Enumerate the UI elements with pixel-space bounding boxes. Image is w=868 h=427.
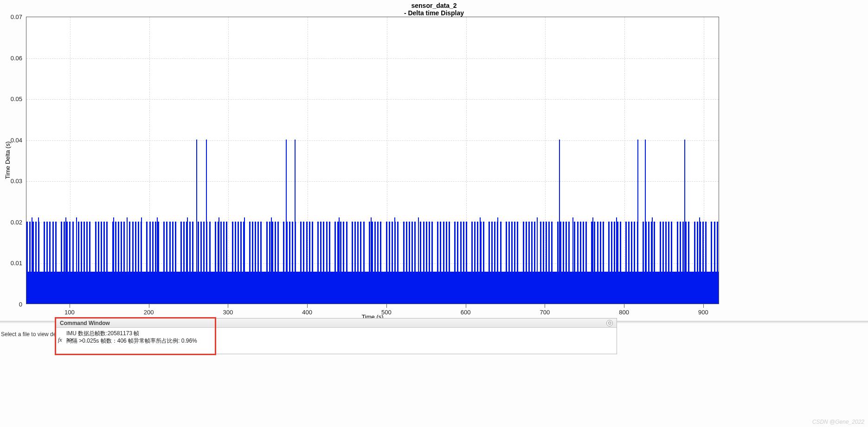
chart-bar — [600, 222, 601, 304]
chart-bar — [69, 222, 71, 304]
command-window-body[interactable]: IMU 数据总帧数:20581173 帧 间隔 >0.025s 帧数：406 帧… — [56, 328, 617, 344]
y-tick-label: 0.02 — [11, 218, 22, 225]
chart-bar-small-spike — [127, 217, 128, 304]
chart-bar — [360, 222, 361, 304]
chart-bar — [583, 222, 584, 304]
chart-bar-small-spike — [537, 217, 538, 304]
y-tick-label: 0 — [19, 301, 22, 308]
chart-bar — [420, 222, 421, 304]
chart-bar — [608, 222, 610, 304]
chart-bar — [514, 222, 515, 304]
chart-bar — [568, 222, 570, 304]
chart-bar — [146, 222, 148, 304]
chart-bar-spike — [559, 140, 560, 304]
chart-bar — [477, 222, 478, 304]
chart-bar — [463, 222, 464, 304]
gridline-v — [228, 17, 229, 304]
chart-bar — [84, 222, 85, 304]
chart-bar — [352, 222, 353, 304]
plot-area — [26, 17, 719, 304]
chart-bar — [155, 222, 156, 304]
chart-bar — [429, 222, 430, 304]
chart-bar — [269, 222, 270, 304]
chart-bar — [705, 222, 707, 304]
chart-bar — [500, 222, 502, 304]
chart-bar — [392, 222, 393, 304]
chart-bar — [118, 222, 119, 304]
chart-bar — [540, 222, 541, 304]
command-window[interactable]: Command Window ⊙ IMU 数据总帧数:20581173 帧 间隔… — [56, 318, 617, 354]
chart-bar-small-spike — [699, 217, 700, 304]
chart-bar — [411, 222, 413, 304]
chart-bar — [101, 222, 102, 304]
y-tick-label: 0.03 — [11, 178, 22, 185]
chart-bar — [340, 222, 341, 304]
chart-bar-small-spike — [652, 217, 653, 304]
gridline-h — [26, 140, 719, 141]
chart-bar — [95, 222, 96, 304]
chart-bar — [714, 222, 715, 304]
gridline-h — [26, 181, 719, 182]
chart-bar — [494, 222, 495, 304]
x-tick — [70, 304, 70, 308]
chart-bar — [198, 222, 199, 304]
chart-bar — [697, 222, 698, 304]
chart-bar — [272, 222, 273, 304]
chart-bar — [232, 222, 233, 304]
chart-bar-small-spike — [76, 217, 77, 304]
chart-bar — [426, 222, 427, 304]
chart-bar — [158, 222, 159, 304]
chart-bar — [534, 222, 535, 304]
chart-bar — [166, 222, 167, 304]
chart-bar-spike — [684, 140, 685, 304]
chart-bar — [363, 222, 365, 304]
fx-icon[interactable]: fx — [58, 336, 62, 344]
chart-bar-small-spike — [38, 217, 39, 304]
minimize-icon[interactable]: ⊙ — [606, 320, 613, 326]
command-prompt[interactable]: >> — [66, 336, 73, 344]
chart-bar — [320, 222, 321, 304]
chart-bar — [466, 222, 467, 304]
chart-bar — [106, 222, 108, 304]
chart-title-line1: sensor_data_2 — [0, 2, 868, 9]
plot-axes[interactable] — [26, 17, 719, 304]
chart-bar — [577, 222, 579, 304]
chart-bar — [81, 222, 82, 304]
chart-bar-small-spike — [244, 217, 245, 304]
chart-bar — [585, 222, 587, 304]
chart-title: sensor_data_2 - Delta time Display — [0, 2, 868, 17]
chart-bar — [614, 222, 615, 304]
chart-bar-small-spike — [157, 217, 158, 304]
chart-bar — [454, 222, 456, 304]
command-window-titlebar[interactable]: Command Window ⊙ — [56, 319, 617, 328]
chart-bar — [446, 222, 447, 304]
chart-bar — [266, 222, 268, 304]
chart-bar — [680, 222, 681, 304]
chart-bar — [491, 222, 493, 304]
chart-bar — [374, 222, 376, 304]
chart-bar — [711, 222, 712, 304]
chart-bar — [688, 222, 689, 304]
chart-bar — [200, 222, 202, 304]
chart-bar — [603, 222, 604, 304]
chart-bar — [334, 222, 336, 304]
chart-bar — [44, 222, 45, 304]
chart-bar — [323, 222, 324, 304]
chart-bar — [226, 222, 227, 304]
chart-bar-small-spike — [219, 217, 219, 304]
y-tick-label: 0.06 — [11, 54, 22, 61]
chart-bar — [548, 222, 550, 304]
chart-bar — [440, 222, 441, 304]
chart-bar — [275, 222, 276, 304]
chart-bar-spike — [637, 140, 638, 304]
x-tick — [624, 304, 624, 308]
chart-bar — [66, 222, 68, 304]
chart-bar — [180, 222, 182, 304]
chart-bar — [172, 222, 174, 304]
chart-bar — [203, 222, 205, 304]
chart-bar — [257, 222, 259, 304]
gridline-v — [704, 17, 704, 304]
chart-bar — [357, 222, 359, 304]
chart-bar — [240, 222, 242, 304]
chart-bar — [49, 222, 51, 304]
